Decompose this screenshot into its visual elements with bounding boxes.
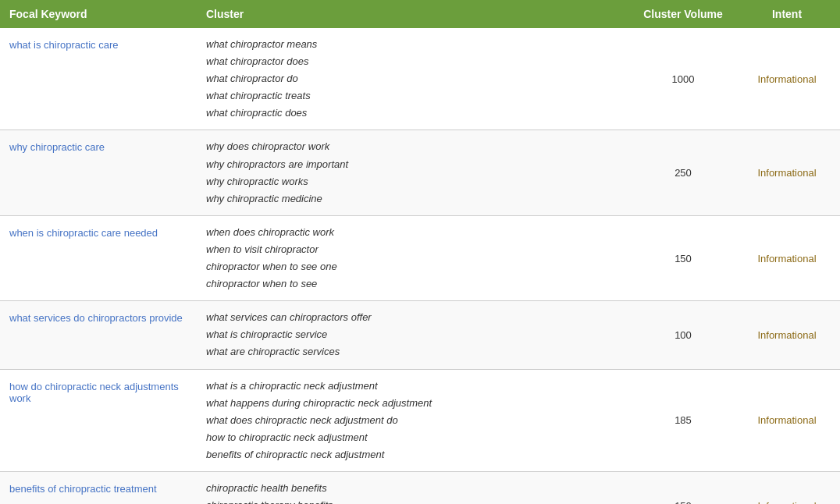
intent-cell: Informational [734,130,840,215]
header-cluster: Cluster [197,0,632,28]
cluster-item: what is chiropractic service [206,326,623,343]
keyword-cluster-table: Focal Keyword Cluster Cluster Volume Int… [0,0,840,504]
table-row: why chiropractic carewhy does chiropract… [0,130,840,215]
table-row: benefits of chiropractic treatmentchirop… [0,471,840,504]
cluster-item: what are chiropractic services [206,343,623,360]
cluster-item: what chiropractor means [206,36,623,53]
volume-cell: 250 [632,130,734,215]
cluster-item: chiropractic therapy benefits [206,497,623,504]
cluster-item: what does chiropractic neck adjustment d… [206,412,623,429]
focal-keyword-cell: why chiropractic care [0,130,197,215]
volume-cell: 1000 [632,28,734,130]
header-cluster-volume: Cluster Volume [632,0,734,28]
cluster-cell: what is a chiropractic neck adjustmentwh… [197,369,632,471]
focal-keyword-cell: when is chiropractic care needed [0,215,197,300]
intent-cell: Informational [734,471,840,504]
cluster-cell: what chiropractor meanswhat chiropractor… [197,28,632,130]
volume-cell: 185 [632,369,734,471]
cluster-item: why does chiropractor work [206,138,623,155]
cluster-item: what chiropractor does [206,53,623,70]
volume-cell: 150 [632,471,734,504]
cluster-item: chiropractor when to see one [206,258,623,275]
cluster-item: what services can chiropractors offer [206,309,623,326]
cluster-cell: when does chiropractic workwhen to visit… [197,215,632,300]
cluster-item: when to visit chiropractor [206,241,623,258]
focal-keyword-cell: what services do chiropractors provide [0,301,197,369]
cluster-item: what chiropractor do [206,70,623,87]
header-intent: Intent [734,0,840,28]
focal-keyword-cell: how do chiropractic neck adjustments wor… [0,369,197,471]
table-row: when is chiropractic care neededwhen doe… [0,215,840,300]
volume-cell: 100 [632,301,734,369]
table-row: what services do chiropractors providewh… [0,301,840,369]
cluster-item: what happens during chiropractic neck ad… [206,395,623,412]
table-row: how do chiropractic neck adjustments wor… [0,369,840,471]
cluster-item: how to chiropractic neck adjustment [206,429,623,446]
cluster-cell: why does chiropractor workwhy chiropract… [197,130,632,215]
cluster-item: when does chiropractic work [206,224,623,241]
focal-keyword-cell: benefits of chiropractic treatment [0,471,197,504]
cluster-item: chiropractor when to see [206,275,623,293]
table-row: what is chiropractic carewhat chiropract… [0,28,840,130]
cluster-cell: what services can chiropractors offerwha… [197,301,632,369]
cluster-item: chiropractic health benefits [206,480,623,497]
intent-cell: Informational [734,215,840,300]
cluster-item: why chiropractic medicine [206,190,623,208]
volume-cell: 150 [632,215,734,300]
cluster-item: why chiropractic works [206,173,623,190]
cluster-item: what chiropractic does [206,105,623,122]
intent-cell: Informational [734,301,840,369]
cluster-item: what chiropractic treats [206,87,623,105]
cluster-item: what is a chiropractic neck adjustment [206,378,623,395]
header-focal-keyword: Focal Keyword [0,0,197,28]
focal-keyword-cell: what is chiropractic care [0,28,197,130]
cluster-item: why chiropractors are important [206,156,623,173]
intent-cell: Informational [734,369,840,471]
cluster-item: benefits of chiropractic neck adjustment [206,446,623,463]
cluster-cell: chiropractic health benefitschiropractic… [197,471,632,504]
intent-cell: Informational [734,28,840,130]
